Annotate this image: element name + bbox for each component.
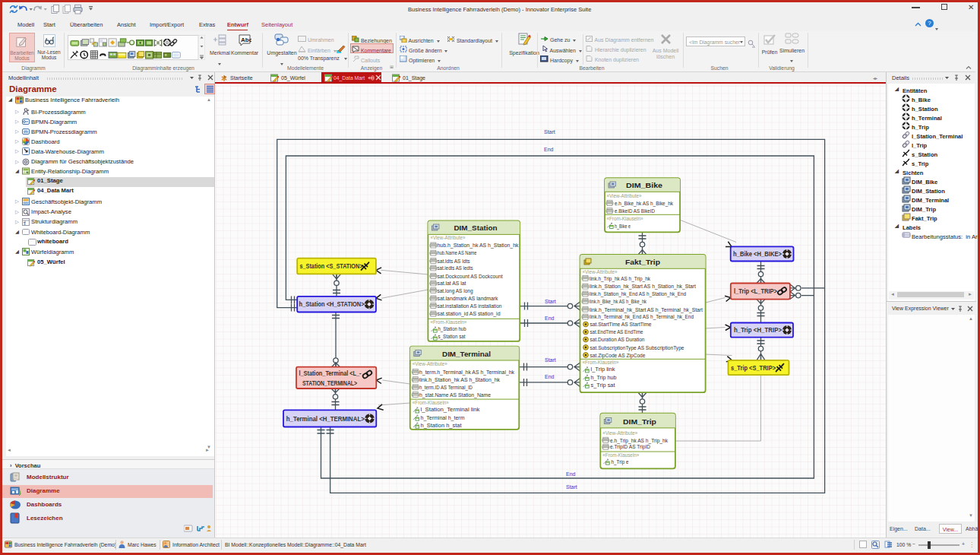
svg-text:DIM_Bike: DIM_Bike	[626, 182, 662, 189]
svg-text:«From-Klauseln»: «From-Klauseln»	[413, 400, 449, 405]
svg-text:e.h_Trip_hk AS h_Trip_hk: e.h_Trip_hk AS h_Trip_hk	[610, 438, 668, 444]
svg-text:h_Station <H_STATION>: h_Station <H_STATION>	[299, 300, 365, 308]
svg-text:h_Terminal h_term: h_Terminal h_term	[421, 415, 465, 421]
svg-text:«View-Attribute»: «View-Attribute»	[583, 269, 618, 274]
svg-text:STATION_TERMINAL>: STATION_TERMINAL>	[302, 379, 357, 387]
svg-text:sat.ZipCode AS ZipCode: sat.ZipCode AS ZipCode	[590, 353, 646, 359]
svg-text:h_Trip e: h_Trip e	[612, 459, 629, 465]
svg-text:link.h_Trip_hk AS h_Trip_hk: link.h_Trip_hk AS h_Trip_hk	[590, 276, 650, 282]
svg-text:link.h_Terminal_hk_End AS h_Te: link.h_Terminal_hk_End AS h_Terminal_hk_…	[590, 314, 694, 320]
svg-text:hub.Name AS Name: hub.Name AS Name	[438, 250, 477, 255]
svg-text:sat.StartTime AS StartTime: sat.StartTime AS StartTime	[590, 322, 652, 327]
svg-text:l_Trip <L_TRIP>: l_Trip <L_TRIP>	[734, 287, 777, 295]
svg-text:«View-Attribute»: «View-Attribute»	[413, 361, 447, 366]
svg-text:DIM_Trip: DIM_Trip	[623, 418, 657, 426]
svg-text:«From-Klauseln»: «From-Klauseln»	[583, 360, 619, 365]
svg-text:«View-Attribute»: «View-Attribute»	[607, 193, 642, 198]
svg-text:Start: Start	[545, 299, 556, 304]
svg-text:l_Station_Terminal <L_-: l_Station_Terminal <L_-	[299, 369, 362, 377]
svg-text:Abc: Abc	[241, 36, 251, 43]
svg-text:End: End	[544, 147, 554, 152]
svg-text:Start: Start	[545, 357, 556, 363]
svg-text:e.BikeID AS BikeID: e.BikeID AS BikeID	[615, 208, 655, 214]
svg-text:hub.h_Station_hk AS h_Station_: hub.h_Station_hk AS h_Station_hk	[438, 243, 519, 249]
svg-text:sat.station_id AS station_id: sat.station_id AS station_id	[438, 311, 501, 317]
svg-text:sat.lat AS lat: sat.lat AS lat	[438, 281, 466, 286]
svg-text:h_Bike <H_BIKE>: h_Bike <H_BIKE>	[733, 250, 782, 258]
svg-text:h_Trip hub: h_Trip hub	[591, 375, 617, 381]
svg-text:s_Station sat: s_Station sat	[438, 334, 466, 340]
svg-text:sat.ledts AS ledts: sat.ledts AS ledts	[438, 265, 473, 271]
svg-text:h_term.ID AS Terminal_ID: h_term.ID AS Terminal_ID	[419, 385, 473, 391]
svg-text:link.h_Station_hk_End AS h_Sta: link.h_Station_hk_End AS h_Station_hk_En…	[590, 291, 686, 297]
svg-text:Start: Start	[544, 129, 555, 135]
svg-text:h_Terminal <H_TERMINAL>: h_Terminal <H_TERMINAL>	[286, 415, 365, 423]
svg-text:e.h_Bike_hk AS h_Bike_hk: e.h_Bike_hk AS h_Bike_hk	[615, 201, 673, 207]
svg-text:End: End	[545, 374, 555, 379]
svg-text:sat.Duration AS Duration: sat.Duration AS Duration	[590, 337, 645, 342]
svg-text:s_Trip <S_TRIP>: s_Trip <S_TRIP>	[731, 364, 776, 372]
svg-text:«View-Attribute»: «View-Attribute»	[602, 430, 637, 436]
svg-text:«View-Attribute»: «View-Attribute»	[430, 235, 465, 240]
svg-text:h_Trip <H_TRIP>: h_Trip <H_TRIP>	[734, 326, 782, 334]
svg-text:s_Trip sat: s_Trip sat	[591, 382, 615, 388]
svg-text:End: End	[545, 316, 555, 321]
svg-text:s_Station <S_STATION>: s_Station <S_STATION>	[300, 262, 363, 270]
svg-text:e.TripID AS TripID: e.TripID AS TripID	[610, 444, 650, 450]
svg-text:«From-Klauseln»: «From-Klauseln»	[607, 216, 643, 221]
svg-text:link.h_Terminal_hk_Start AS h_: link.h_Terminal_hk_Start AS h_Terminal_h…	[590, 307, 703, 313]
svg-text:DIM_Station: DIM_Station	[454, 224, 498, 232]
svg-text:h_term.h_Terminal_hk AS h_Term: h_term.h_Terminal_hk AS h_Terminal_hk	[419, 369, 514, 376]
svg-text:sat.installation AS installati: sat.installation AS installation	[438, 303, 502, 309]
svg-text:Fakt_Trip: Fakt_Trip	[625, 258, 661, 266]
svg-text:End: End	[566, 471, 576, 477]
svg-text:«From-Klauseln»: «From-Klauseln»	[430, 319, 466, 325]
svg-text:h_Bike e: h_Bike e	[615, 224, 631, 230]
svg-text:link.h_Station_hk_Start AS h_S: link.h_Station_hk_Start AS h_Station_hk_…	[590, 284, 696, 290]
svg-text:DIM_Terminal: DIM_Terminal	[442, 350, 491, 358]
svg-text:sat.long AS long: sat.long AS long	[438, 288, 473, 294]
svg-text:h_Station h_stat: h_Station h_stat	[421, 423, 462, 429]
svg-text:sat.Dockcount AS Dockcount: sat.Dockcount AS Dockcount	[438, 274, 503, 279]
svg-text:sat.SubscriptionType AS Subscr: sat.SubscriptionType AS SubscriptionType	[590, 345, 684, 351]
svg-text:h_stat.Name AS Station_Name: h_stat.Name AS Station_Name	[419, 392, 491, 398]
svg-text:link.h_Bike_hk AS h_Bike_hk: link.h_Bike_hk AS h_Bike_hk	[590, 299, 646, 305]
svg-text:l_Station_Terminal link: l_Station_Terminal link	[421, 407, 481, 413]
svg-text:l_Trip link: l_Trip link	[591, 366, 616, 373]
svg-text:sat.EndTime AS EndTime: sat.EndTime AS EndTime	[590, 329, 643, 335]
svg-text:T: T	[24, 220, 26, 225]
svg-text:sat.landmark AS landmark: sat.landmark AS landmark	[438, 296, 498, 301]
svg-text:«From-Klauseln»: «From-Klauseln»	[602, 452, 639, 458]
svg-text:sat.ldts AS ldts: sat.ldts AS ldts	[438, 258, 470, 264]
svg-text:Start: Start	[566, 484, 577, 490]
svg-text:link.h_Station_hk AS h_Station: link.h_Station_hk AS h_Station_hk	[419, 377, 500, 383]
svg-text:h_Station hub: h_Station hub	[438, 326, 466, 332]
